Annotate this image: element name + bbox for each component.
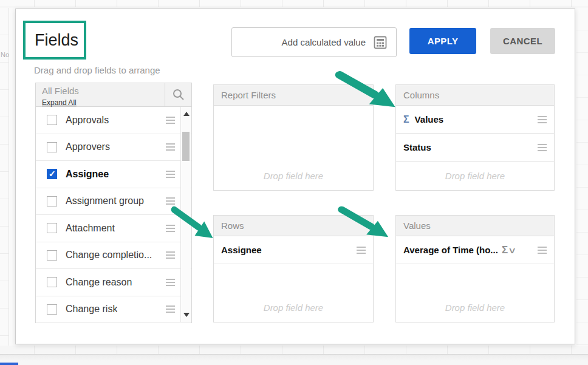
drop-hint: Drop field here (214, 171, 373, 181)
field-label: Change reason (66, 277, 132, 288)
drag-handle-icon[interactable] (538, 119, 547, 120)
report-filters-dropzone[interactable]: Drop field here (214, 106, 373, 191)
values-dropzone[interactable]: Average of Time (ho... Σ ∨ Drop field he… (396, 236, 554, 322)
rows-header: Rows (214, 216, 373, 236)
drag-handle-icon[interactable] (538, 147, 547, 148)
item-label: Values (415, 114, 444, 125)
expand-all-link[interactable]: Expand All (42, 98, 77, 107)
rows-item-assignee[interactable]: Assignee (214, 236, 373, 264)
drag-handle-icon[interactable] (166, 120, 175, 121)
checkbox-checked[interactable] (47, 169, 57, 179)
values-item-average-of-time[interactable]: Average of Time (ho... Σ ∨ (396, 236, 554, 264)
sigma-icon: Σ (502, 244, 508, 256)
columns-header: Columns (396, 85, 554, 106)
rows-panel: Rows Assignee Drop field here (213, 215, 374, 322)
checkbox[interactable] (47, 250, 57, 261)
item-label: Average of Time (ho... (403, 245, 498, 255)
fields-title-highlight: Fields (23, 21, 86, 60)
field-label: Change risk (66, 304, 117, 315)
item-label: Status (403, 142, 431, 152)
panel-title: Report Filters (221, 90, 276, 100)
values-panel: Values Average of Time (ho... Σ ∨ Drop f… (395, 215, 555, 322)
drag-handle-icon[interactable] (166, 174, 175, 175)
report-filters-header: Report Filters (214, 85, 373, 106)
drop-hint: Drop field here (396, 302, 554, 313)
background-divider (0, 354, 588, 365)
field-row-assignment-group[interactable]: Assignment group (36, 188, 191, 216)
field-row-attachment[interactable]: Attachment (36, 215, 191, 242)
report-filters-panel: Report Filters Drop field here (213, 84, 374, 191)
columns-panel: Columns Σ Values Status Drop field here (395, 84, 555, 191)
columns-dropzone[interactable]: Σ Values Status Drop field here (396, 106, 554, 191)
checkbox[interactable] (47, 115, 57, 125)
field-row-change-risk[interactable]: Change risk (36, 296, 191, 324)
background-blue-strip (0, 363, 18, 365)
field-label: Change completio... (66, 250, 152, 261)
panel-title: Values (403, 220, 431, 231)
background-table-right-edge (576, 8, 588, 365)
sigma-icon: Σ (403, 114, 409, 125)
field-label: Assignee (66, 169, 109, 180)
calculator-icon (374, 36, 387, 49)
chevron-down-icon[interactable]: ∨ (508, 245, 516, 255)
background-table-left-gutter (0, 8, 9, 365)
field-row-approvals[interactable]: Approvals (36, 107, 191, 134)
apply-button[interactable]: APPLY (409, 28, 476, 54)
columns-item-values[interactable]: Σ Values (396, 106, 554, 134)
drag-handle-icon[interactable] (357, 250, 366, 251)
columns-item-status[interactable]: Status (396, 134, 554, 162)
all-fields-header: All Fields Expand All (35, 83, 192, 107)
cancel-button[interactable]: CANCEL (490, 28, 555, 54)
panel-title: Columns (403, 90, 439, 100)
dialog-subtitle: Drag and drop fields to arrange (34, 65, 160, 75)
scrollbar-thumb[interactable] (182, 132, 190, 161)
drop-hint: Drop field here (396, 171, 554, 181)
field-label: Approvals (66, 115, 109, 126)
checkbox[interactable] (47, 277, 57, 287)
field-label: Assignment group (66, 196, 144, 206)
field-label: Approvers (66, 142, 110, 152)
add-calculated-value-label: Add calculated value (282, 37, 366, 47)
drop-hint: Drop field here (214, 302, 373, 313)
scroll-up-icon[interactable] (183, 112, 190, 116)
search-button[interactable] (165, 83, 191, 106)
values-header: Values (396, 216, 554, 236)
background-table-header (0, 0, 588, 7)
panel-title: Rows (221, 220, 244, 231)
checkbox[interactable] (47, 304, 57, 315)
fields-list: Approvals Approvers Assignee Assignment … (35, 107, 192, 323)
field-row-approvers[interactable]: Approvers (36, 134, 191, 162)
drag-handle-icon[interactable] (166, 200, 175, 202)
field-row-change-completion[interactable]: Change completio... (36, 242, 191, 270)
checkbox[interactable] (47, 142, 57, 152)
background-row-label: No (1, 51, 9, 58)
scroll-down-icon[interactable] (183, 313, 190, 317)
field-row-assignee[interactable]: Assignee (36, 161, 191, 188)
drag-handle-icon[interactable] (166, 309, 175, 310)
field-label: Attachment (66, 223, 115, 234)
checkbox[interactable] (47, 223, 57, 233)
checkbox[interactable] (47, 196, 57, 206)
drag-handle-icon[interactable] (166, 282, 175, 283)
drag-handle-icon[interactable] (538, 250, 547, 251)
fields-dialog: Fields Drag and drop fields to arrange A… (15, 9, 575, 344)
field-row-change-reason[interactable]: Change reason (36, 269, 191, 296)
all-fields-panel: All Fields Expand All Approvals Approver… (35, 83, 192, 323)
rows-dropzone[interactable]: Assignee Drop field here (214, 236, 373, 322)
add-calculated-value-button[interactable]: Add calculated value (231, 27, 397, 57)
drag-handle-icon[interactable] (166, 254, 175, 256)
dialog-title: Fields (26, 31, 78, 50)
drag-handle-icon[interactable] (166, 228, 175, 229)
item-label: Assignee (221, 245, 262, 255)
list-scrollbar[interactable] (180, 107, 191, 322)
search-icon (172, 88, 185, 101)
drag-handle-icon[interactable] (166, 146, 175, 148)
